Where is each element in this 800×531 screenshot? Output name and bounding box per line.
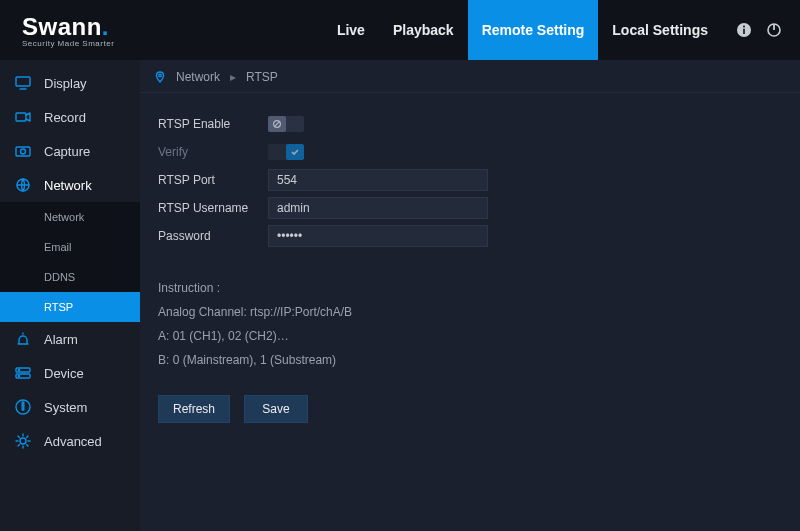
nav-live[interactable]: Live (323, 0, 379, 60)
top-nav: Live Playback Remote Setting Local Setti… (323, 0, 722, 60)
sidebar-item-device[interactable]: Device (0, 356, 140, 390)
sidebar-item-label: System (44, 400, 87, 415)
sidebar-item-label: Network (44, 178, 92, 193)
rtsp-port-label: RTSP Port (158, 173, 268, 187)
header-icons (736, 22, 782, 38)
svg-rect-1 (743, 29, 745, 34)
svg-point-15 (18, 375, 19, 376)
svg-rect-5 (16, 77, 30, 86)
capture-icon (14, 142, 32, 160)
power-icon[interactable] (766, 22, 782, 38)
sidebar-network-submenu: Network Email DDNS RTSP (0, 202, 140, 322)
verify-label: Verify (158, 145, 268, 159)
rtsp-enable-toggle[interactable] (268, 116, 304, 132)
sidebar-item-label: Capture (44, 144, 90, 159)
logo: Swann. Security Made Smarter (22, 13, 114, 48)
instruction-line: Analog Channel: rtsp://IP:Port/chA/B (158, 301, 782, 323)
svg-point-19 (20, 438, 26, 444)
network-icon (14, 176, 32, 194)
sidebar-item-advanced[interactable]: Advanced (0, 424, 140, 458)
device-icon (14, 364, 32, 382)
verify-toggle[interactable] (268, 144, 304, 160)
record-icon (14, 108, 32, 126)
breadcrumb-b: RTSP (246, 70, 278, 84)
sidebar-item-capture[interactable]: Capture (0, 134, 140, 168)
logo-text: Swann. (22, 13, 114, 41)
instruction-line: B: 0 (Mainstream), 1 (Substream) (158, 349, 782, 371)
breadcrumb: Network ▸ RTSP (140, 60, 800, 93)
svg-point-9 (21, 149, 26, 154)
advanced-icon (14, 432, 32, 450)
rtsp-port-input[interactable] (268, 169, 488, 191)
instruction-block: Instruction : Analog Channel: rtsp://IP:… (158, 277, 782, 371)
logo-tagline: Security Made Smarter (22, 39, 114, 48)
pin-icon (154, 71, 166, 83)
svg-point-20 (159, 74, 161, 76)
nav-playback[interactable]: Playback (379, 0, 468, 60)
svg-rect-7 (16, 113, 26, 121)
chevron-right-icon: ▸ (230, 70, 236, 84)
sidebar: Display Record Capture Network Network E… (0, 60, 140, 531)
instruction-line: A: 01 (CH1), 02 (CH2)… (158, 325, 782, 347)
svg-line-22 (275, 122, 280, 127)
sidebar-item-label: Advanced (44, 434, 102, 449)
rtsp-username-input[interactable] (268, 197, 488, 219)
svg-rect-17 (22, 405, 24, 410)
sidebar-item-record[interactable]: Record (0, 100, 140, 134)
sidebar-sub-ddns[interactable]: DDNS (0, 262, 140, 292)
form-buttons: Refresh Save (158, 395, 782, 423)
sidebar-item-alarm[interactable]: Alarm (0, 322, 140, 356)
sidebar-item-label: Alarm (44, 332, 78, 347)
svg-point-2 (743, 26, 745, 28)
instruction-title: Instruction : (158, 277, 782, 299)
info-icon[interactable] (736, 22, 752, 38)
main-panel: Network ▸ RTSP RTSP Enable Verify (140, 60, 800, 531)
sidebar-item-label: Display (44, 76, 87, 91)
sidebar-sub-email[interactable]: Email (0, 232, 140, 262)
alarm-icon (14, 330, 32, 348)
sidebar-item-network[interactable]: Network (0, 168, 140, 202)
password-input[interactable] (268, 225, 488, 247)
sidebar-item-label: Device (44, 366, 84, 381)
refresh-button[interactable]: Refresh (158, 395, 230, 423)
display-icon (14, 74, 32, 92)
sidebar-item-system[interactable]: System (0, 390, 140, 424)
rtsp-username-label: RTSP Username (158, 201, 268, 215)
sidebar-item-label: Record (44, 110, 86, 125)
cancel-icon (268, 116, 286, 132)
sidebar-sub-rtsp[interactable]: RTSP (0, 292, 140, 322)
rtsp-enable-label: RTSP Enable (158, 117, 268, 131)
nav-remote-setting[interactable]: Remote Setting (468, 0, 599, 60)
system-icon (14, 398, 32, 416)
header: Swann. Security Made Smarter Live Playba… (0, 0, 800, 60)
breadcrumb-a[interactable]: Network (176, 70, 220, 84)
sidebar-item-display[interactable]: Display (0, 66, 140, 100)
sidebar-sub-network[interactable]: Network (0, 202, 140, 232)
svg-point-14 (18, 369, 19, 370)
check-icon (286, 144, 304, 160)
password-label: Password (158, 229, 268, 243)
save-button[interactable]: Save (244, 395, 308, 423)
settings-form: RTSP Enable Verify RTSP Port RTSP U (140, 93, 800, 441)
nav-local-settings[interactable]: Local Settings (598, 0, 722, 60)
svg-point-18 (22, 402, 24, 404)
